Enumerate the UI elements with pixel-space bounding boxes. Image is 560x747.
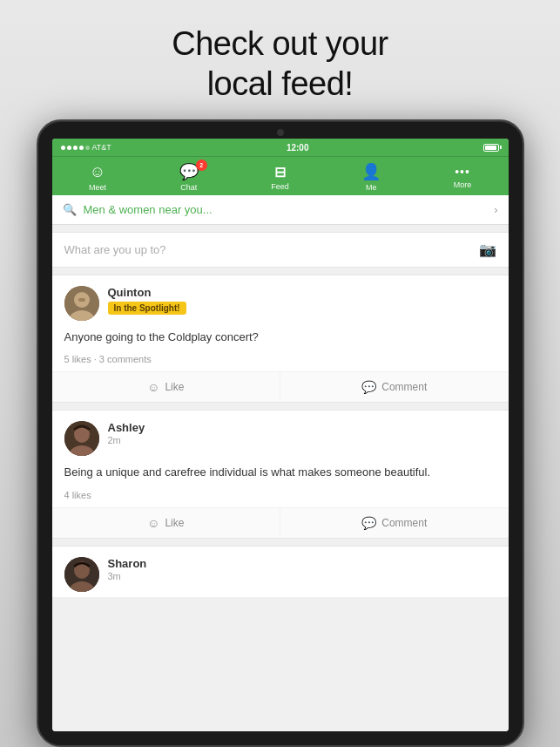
- tablet-frame: AT&T 12:00 ☺ Meet 💬 2 Chat ⊟ Feed: [37, 119, 524, 747]
- signal-dots: [61, 146, 90, 150]
- quinton-body: Anyone going to the Coldplay concert?: [52, 326, 509, 354]
- ashley-info: Ashley 2m: [108, 421, 496, 445]
- ashley-avatar: [64, 421, 99, 456]
- quinton-comment-btn[interactable]: 💬 Comment: [280, 372, 509, 402]
- quinton-stats: 5 likes · 3 comments: [52, 354, 509, 371]
- search-placeholder: Men & women near you...: [84, 203, 495, 216]
- sharon-time: 3m: [108, 571, 496, 581]
- like-icon: ☺: [147, 380, 159, 394]
- feed-icon: ⊟: [274, 164, 286, 180]
- quinton-name: Quinton: [108, 286, 496, 299]
- quinton-badge: In the Spotlight!: [108, 302, 186, 315]
- screen: AT&T 12:00 ☺ Meet 💬 2 Chat ⊟ Feed: [52, 139, 509, 731]
- ashley-stats: 4 likes: [52, 490, 509, 507]
- carrier-label: AT&T: [92, 143, 111, 152]
- post-placeholder: What are you up to?: [64, 243, 479, 256]
- headline-line2: local feed!: [207, 65, 354, 102]
- quinton-info: Quinton In the Spotlight!: [108, 286, 496, 315]
- meet-icon: ☺: [90, 163, 105, 181]
- nav-bar: ☺ Meet 💬 2 Chat ⊟ Feed 👤 Me ••• More: [52, 156, 509, 195]
- quinton-actions: ☺ Like 💬 Comment: [52, 371, 509, 402]
- ashley-header: Ashley 2m: [52, 411, 509, 461]
- ashley-time: 2m: [108, 435, 496, 445]
- me-label: Me: [366, 183, 377, 192]
- status-bar-left: AT&T: [61, 143, 111, 152]
- nav-me[interactable]: 👤 Me: [326, 157, 417, 195]
- ashley-comment-icon: 💬: [361, 516, 376, 530]
- svg-rect-3: [78, 298, 85, 302]
- headline: Check out your local feed!: [172, 24, 388, 104]
- search-bar[interactable]: 🔍 Men & women near you... ›: [52, 195, 509, 225]
- camera-icon: 📷: [479, 241, 496, 258]
- ashley-name: Ashley: [108, 421, 496, 434]
- tablet-camera: [277, 129, 284, 136]
- ashley-comment-label: Comment: [381, 517, 427, 529]
- search-chevron-icon: ›: [494, 203, 497, 216]
- quinton-comment-label: Comment: [381, 381, 427, 393]
- more-icon: •••: [455, 165, 470, 179]
- nav-more[interactable]: ••• More: [417, 157, 509, 195]
- nav-feed[interactable]: ⊟ Feed: [234, 157, 326, 195]
- post-ashley: Ashley 2m Being a unique and carefree in…: [52, 410, 509, 538]
- sharon-name: Sharon: [108, 557, 496, 570]
- battery-fill: [485, 146, 496, 150]
- ashley-like-icon: ☺: [147, 516, 159, 530]
- quinton-like-btn[interactable]: ☺ Like: [52, 372, 281, 402]
- status-bar: AT&T 12:00: [52, 139, 509, 156]
- signal-dot-5: [85, 146, 90, 150]
- sharon-info: Sharon 3m: [108, 557, 496, 592]
- me-icon: 👤: [361, 162, 381, 181]
- quinton-avatar: [64, 286, 99, 321]
- headline-line1: Check out your: [172, 25, 388, 62]
- feed-content: 🔍 Men & women near you... › What are you…: [52, 195, 509, 731]
- search-icon: 🔍: [63, 203, 77, 216]
- ashley-body: Being a unique and carefree individual i…: [52, 461, 509, 489]
- quinton-like-label: Like: [165, 381, 184, 393]
- signal-dot-3: [73, 146, 78, 150]
- more-label: More: [454, 180, 472, 189]
- clock: 12:00: [287, 143, 309, 153]
- signal-dot-4: [79, 146, 84, 150]
- ashley-like-btn[interactable]: ☺ Like: [52, 508, 281, 538]
- ashley-like-label: Like: [165, 517, 184, 529]
- comment-icon: 💬: [361, 380, 376, 394]
- post-input[interactable]: What are you up to? 📷: [52, 232, 509, 268]
- nav-meet[interactable]: ☺ Meet: [52, 157, 144, 195]
- ashley-comment-btn[interactable]: 💬 Comment: [280, 508, 509, 538]
- meet-label: Meet: [89, 183, 106, 192]
- signal-dot-2: [67, 146, 71, 150]
- signal-dot-1: [61, 146, 65, 150]
- status-bar-right: [483, 144, 499, 152]
- post-quinton: Quinton In the Spotlight! Anyone going t…: [52, 275, 509, 403]
- sharon-avatar: [64, 557, 99, 592]
- ashley-actions: ☺ Like 💬 Comment: [52, 507, 509, 538]
- nav-chat[interactable]: 💬 2 Chat: [143, 157, 234, 195]
- battery-icon: [483, 144, 499, 152]
- post-sharon: Sharon 3m: [52, 546, 509, 597]
- quinton-header: Quinton In the Spotlight!: [52, 275, 509, 326]
- chat-badge: 2: [196, 160, 207, 171]
- feed-label: Feed: [271, 182, 289, 191]
- chat-label: Chat: [180, 183, 197, 192]
